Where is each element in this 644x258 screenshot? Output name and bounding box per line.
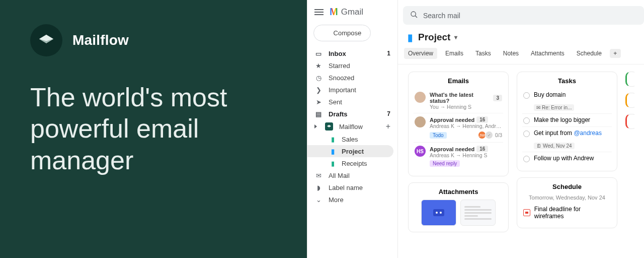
hero-tagline: The world's most powerful email manager xyxy=(30,82,277,176)
search-icon xyxy=(410,11,418,20)
sent-icon: ➤ xyxy=(314,98,323,106)
tasks-card: Tasks Buy domain ✉ Re: Error in... Make … xyxy=(517,72,617,171)
status-chip: Need reply xyxy=(430,160,460,167)
sidebar-folder-sales[interactable]: ▮ Sales xyxy=(307,133,397,145)
tab-attachments[interactable]: Attachments xyxy=(527,48,569,59)
tab-add[interactable]: + xyxy=(610,49,621,58)
clock-icon: ◷ xyxy=(314,74,323,82)
partial-column xyxy=(625,72,634,232)
sidebar-item-label[interactable]: ◗ Label name xyxy=(307,181,397,194)
task-item[interactable]: Make the logo bigger xyxy=(522,114,612,127)
folder-icon: ▮ xyxy=(329,135,337,143)
calendar-icon xyxy=(523,209,530,216)
sidebar-item-sent[interactable]: ➤ Sent xyxy=(307,96,397,108)
sidebar-item-starred[interactable]: ★ Starred xyxy=(307,59,397,72)
search-input[interactable]: Search mail xyxy=(403,6,644,25)
attachment-thumb[interactable] xyxy=(421,200,456,226)
task-item[interactable]: Buy domain ✉ Re: Error in... xyxy=(522,89,612,114)
tab-schedule[interactable]: Schedule xyxy=(573,48,606,59)
sidebar-item-more[interactable]: ⌄ More xyxy=(307,194,397,206)
sidebar-folder-receipts[interactable]: ▮ Receipts xyxy=(307,157,397,169)
folder-icon: ▮ xyxy=(406,33,414,41)
sidebar-item-important[interactable]: ❯ Important xyxy=(307,84,397,96)
schedule-title: Schedule xyxy=(522,183,612,190)
emails-card: Emails What's the latest status? 3 You →… xyxy=(408,72,509,176)
radio-icon[interactable] xyxy=(523,117,530,124)
schedule-subtitle: Tomorrow, Wednesday, Nov 24 xyxy=(522,195,612,201)
emails-title: Emails xyxy=(414,77,503,85)
sidebar-folder-project[interactable]: ▮ Project xyxy=(307,145,393,157)
mailflow-logo xyxy=(30,24,62,56)
tab-notes[interactable]: Notes xyxy=(499,48,523,59)
svg-line-1 xyxy=(415,16,417,18)
email-item[interactable]: Approval needed 16 Andreas K → Henning, … xyxy=(414,113,503,143)
folder-icon: ▮ xyxy=(329,147,337,155)
task-chip: 🗓 Wed, Nov 24 xyxy=(534,143,575,149)
radio-icon[interactable] xyxy=(523,131,530,137)
tab-tasks[interactable]: Tasks xyxy=(471,48,495,59)
svg-rect-2 xyxy=(433,209,444,216)
page-title[interactable]: ▮ Project ▾ xyxy=(398,25,644,46)
sidebar-item-inbox[interactable]: ▭ Inbox 1 xyxy=(307,47,397,59)
status-chip: Todo xyxy=(430,132,447,139)
radio-icon[interactable] xyxy=(523,156,530,162)
radio-icon[interactable] xyxy=(523,92,530,99)
folder-icon: ▮ xyxy=(329,159,337,167)
chevron-down-icon: ⌄ xyxy=(314,196,323,204)
sidebar-item-drafts[interactable]: ▤ Drafts 7 xyxy=(307,108,397,120)
email-item[interactable]: What's the latest status? 3 You → Hennin… xyxy=(414,89,503,113)
gmail-app: MGmail + Compose ▭ Inbox 1 ★ Starred ◷ S… xyxy=(307,0,644,258)
sidebar: MGmail + Compose ▭ Inbox 1 ★ Starred ◷ S… xyxy=(307,0,398,258)
allmail-icon: ✉ xyxy=(314,171,323,179)
task-chip: ✉ Re: Error in... xyxy=(534,104,574,111)
compose-label: Compose xyxy=(334,29,362,37)
board: Emails What's the latest status? 3 You →… xyxy=(398,64,644,232)
sidebar-item-snoozed[interactable]: ◷ Snoozed xyxy=(307,72,397,84)
search-placeholder: Search mail xyxy=(423,12,460,20)
main-panel: Search mail ▮ Project ▾ Overview Emails … xyxy=(398,0,644,258)
schedule-card: Schedule Tomorrow, Wednesday, Nov 24 Fin… xyxy=(517,177,617,228)
hamburger-icon[interactable] xyxy=(314,9,324,15)
hero-panel: Mailflow The world's most powerful email… xyxy=(0,0,307,258)
svg-point-0 xyxy=(411,12,416,16)
sidebar-item-mailflow[interactable]: Mailflow + xyxy=(307,120,397,133)
attachments-card: Attachments xyxy=(408,182,509,232)
tab-overview[interactable]: Overview xyxy=(404,48,437,59)
important-icon: ❯ xyxy=(314,86,323,94)
task-item[interactable]: Get input from @andreas 🗓 Wed, Nov 24 xyxy=(522,127,612,152)
svg-point-3 xyxy=(436,212,438,214)
star-icon: ★ xyxy=(314,61,323,70)
chevron-down-icon: ▾ xyxy=(454,34,457,41)
attachment-thumb[interactable] xyxy=(460,200,496,226)
tab-emails[interactable]: Emails xyxy=(441,48,467,59)
tasks-title: Tasks xyxy=(522,77,612,85)
attachments-title: Attachments xyxy=(414,188,503,196)
avatar xyxy=(415,92,426,103)
email-item[interactable]: HS Approval needed 16 Andreas K → Hennin… xyxy=(414,143,503,170)
label-icon: ◗ xyxy=(314,183,323,191)
add-folder-icon[interactable]: + xyxy=(386,122,390,131)
drafts-icon: ▤ xyxy=(314,110,323,118)
sidebar-item-allmail[interactable]: ✉ All Mail xyxy=(307,169,397,181)
schedule-item[interactable]: Final deadline for wireframes xyxy=(522,204,612,222)
avatar xyxy=(415,116,426,127)
svg-point-4 xyxy=(440,212,442,214)
hero-product-name: Mailflow xyxy=(72,32,129,48)
mailflow-icon xyxy=(325,122,333,131)
caret-right-icon xyxy=(314,124,317,128)
task-item[interactable]: Follow up with Andrew xyxy=(522,152,612,165)
compose-button[interactable]: + Compose xyxy=(313,25,371,41)
gmail-label: Gmail xyxy=(341,7,363,17)
tab-bar: Overview Emails Tasks Notes Attachments … xyxy=(398,46,644,64)
gmail-logo[interactable]: MGmail xyxy=(330,6,363,18)
inbox-icon: ▭ xyxy=(314,49,323,57)
avatar: HS xyxy=(415,146,426,157)
